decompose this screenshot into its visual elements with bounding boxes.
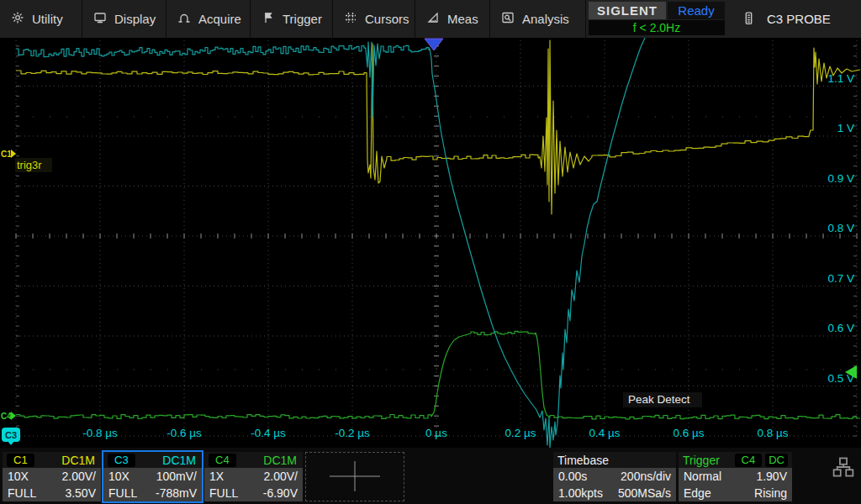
- x-axis-label: 0.4 µs: [589, 427, 620, 439]
- acquisition-status: Ready: [668, 2, 725, 19]
- channel-box-c4[interactable]: C4DC1M1X2.00V/FULL-6.90V: [204, 452, 303, 501]
- timebase-samplerate: 500MSa/s: [618, 486, 671, 500]
- menu-item-label: Acquire: [198, 12, 241, 26]
- probe-label: C3 PROBE: [767, 12, 831, 26]
- waveform-display[interactable]: -0.8 µs-0.6 µs-0.4 µs-0.2 µs0 µs0.2 µs0.…: [0, 38, 861, 448]
- timebase-delay: 0.00s: [558, 470, 587, 483]
- channel-box-c1[interactable]: C1DC1M10X2.00V/FULL3.50V: [3, 452, 101, 501]
- x-axis-label: 0 µs: [425, 427, 447, 439]
- trigger-type: Edge: [684, 486, 711, 500]
- status-row: 1.00kpts500MSa/s: [553, 485, 676, 501]
- channel-offset-marker-c4[interactable]: [11, 412, 16, 420]
- probe-icon: [742, 11, 756, 28]
- status-bar: C1DC1M10X2.00V/FULL3.50VC3DC1M10X100mV/F…: [0, 448, 861, 504]
- display-icon: [93, 11, 107, 27]
- trigger-coupling: DC: [765, 454, 788, 467]
- timebase-box[interactable]: Timebase0.00s200ns/div1.00kpts500MSa/s: [553, 452, 676, 501]
- channel-offset-marker-c1[interactable]: [11, 150, 16, 158]
- x-axis-label: -0.2 µs: [335, 427, 370, 439]
- channel-offset: -788mV: [156, 486, 197, 500]
- menu-item-cursors[interactable]: Cursors: [333, 0, 415, 38]
- menu-item-label: Trigger: [283, 12, 322, 26]
- channel-tag: C3: [108, 454, 135, 467]
- trigger-label: trig3r: [17, 159, 42, 171]
- menu-item-label: Meas: [447, 12, 478, 26]
- status-row: 1X2.00V/: [204, 468, 303, 485]
- menu-item-trigger[interactable]: Trigger: [251, 0, 333, 38]
- trigger-header: TriggerC4DC: [679, 452, 792, 468]
- x-axis-label: 0.8 µs: [757, 427, 788, 439]
- probe-notification: C3 PROBE: [738, 0, 831, 38]
- channel-tag: C1: [7, 454, 34, 467]
- brand-top: SIGLENT Ready: [589, 2, 725, 19]
- trigger-flag-icon: [261, 11, 275, 27]
- trigger-mode: Normal: [684, 470, 721, 483]
- channel-box-header: C3DC1M: [103, 452, 202, 468]
- channel-attenuation: 10X: [8, 470, 29, 483]
- status-row: 10X100mV/: [103, 468, 202, 485]
- menu-item-analysis[interactable]: Analysis: [490, 0, 586, 38]
- status-row: FULL-788mV: [103, 485, 202, 501]
- channel-bandwidth: FULL: [108, 486, 137, 500]
- channel-attenuation: 1X: [209, 470, 224, 483]
- channel-scale: 2.00V/: [62, 470, 96, 483]
- channel-scale: 2.00V/: [264, 470, 298, 483]
- status-row: EdgeRising: [679, 485, 792, 501]
- y-axis-label: 0.6 V: [827, 322, 854, 334]
- timebase-header: Timebase: [553, 452, 676, 468]
- channel-box-header: C4DC1M: [204, 452, 303, 468]
- menu-item-meas[interactable]: Meas: [415, 0, 490, 38]
- trigger-title: Trigger: [683, 454, 720, 467]
- timebase-title: Timebase: [557, 454, 609, 467]
- menu-item-label: Display: [114, 12, 156, 26]
- menu-item-display[interactable]: Display: [82, 0, 166, 38]
- x-axis-label: -0.4 µs: [251, 427, 286, 439]
- acquire-icon: [177, 11, 191, 27]
- empty-channel-slot[interactable]: [305, 452, 404, 501]
- channel-bandwidth: FULL: [8, 486, 36, 500]
- menu-item-label: Analysis: [522, 12, 569, 26]
- trigger-source: C4: [735, 454, 763, 467]
- menu-item-label: Cursors: [365, 12, 409, 26]
- y-axis-label: 0.7 V: [827, 272, 854, 285]
- menu-item-acquire[interactable]: Acquire: [166, 0, 251, 38]
- trigger-level: 1.90V: [756, 470, 787, 483]
- analysis-icon: [501, 11, 515, 27]
- offscreen-channel-label: C3: [5, 430, 17, 440]
- y-axis-label: 0.8 V: [827, 222, 854, 234]
- trigger-box[interactable]: TriggerC4DCNormal1.90VEdgeRising: [679, 452, 792, 501]
- channel-offset-label-c1: C1: [1, 150, 12, 159]
- channel-offset: -6.90V: [263, 486, 298, 500]
- trigger-position-marker[interactable]: [425, 39, 443, 50]
- y-axis-label: 1.1 V: [827, 72, 854, 85]
- channel-coupling: DC1M: [162, 454, 198, 467]
- oscilloscope-screen: UtilityDisplayAcquireTriggerCursorsMeasA…: [0, 0, 861, 504]
- channel-box-header: C1DC1M: [3, 452, 101, 468]
- status-row: FULL-6.90V: [204, 485, 303, 501]
- measure-icon: [426, 11, 440, 27]
- channel-tag: C4: [209, 454, 236, 467]
- status-row: 10X2.00V/: [3, 468, 101, 485]
- acquire-mode-label: Peak Detect: [628, 393, 690, 406]
- channel-box-c3[interactable]: C3DC1M10X100mV/FULL-788mV: [103, 452, 202, 501]
- x-axis-label: -0.8 µs: [82, 427, 118, 439]
- channel-attenuation: 10X: [108, 470, 129, 483]
- x-axis-label: 0.2 µs: [504, 427, 536, 439]
- menu-item-utility[interactable]: Utility: [0, 0, 82, 38]
- cursors-icon: [344, 11, 357, 27]
- network-icon[interactable]: [832, 456, 854, 481]
- brand-block: SIGLENT Ready f < 2.0Hz: [589, 2, 725, 36]
- channel-coupling: DC1M: [61, 454, 97, 467]
- channel-offset: 3.50V: [65, 486, 96, 500]
- x-axis-label: 0.6 µs: [673, 427, 704, 439]
- trigger-slope: Rising: [754, 486, 787, 500]
- gear-icon: [11, 11, 24, 27]
- channel-offset-label-c4: C4: [1, 412, 12, 421]
- siglent-logo: SIGLENT: [589, 2, 666, 19]
- y-axis-label: 1 V: [837, 122, 854, 134]
- timebase-scale: 200ns/div: [621, 470, 671, 483]
- offscreen-channel-pointer: [8, 441, 14, 445]
- menu-bar: UtilityDisplayAcquireTriggerCursorsMeasA…: [0, 0, 861, 38]
- menu-item-label: Utility: [32, 12, 63, 26]
- status-row: 0.00s200ns/div: [553, 468, 676, 485]
